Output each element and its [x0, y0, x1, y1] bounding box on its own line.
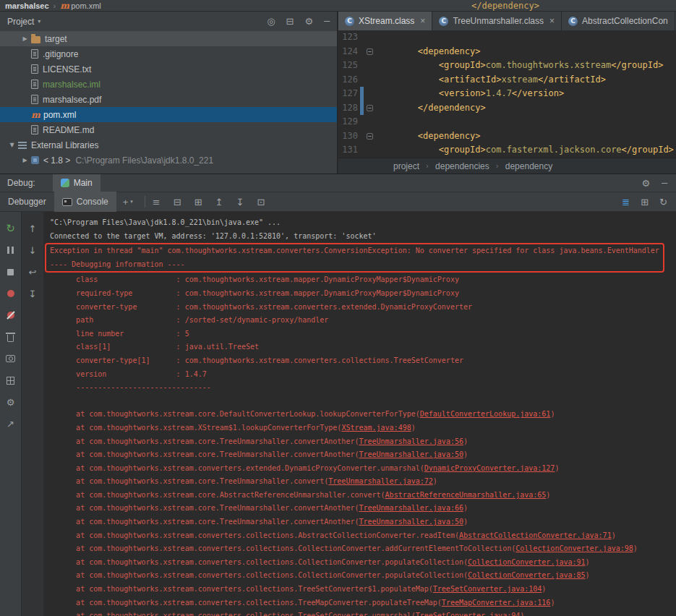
- refresh-icon[interactable]: ↻: [659, 197, 667, 207]
- hide-icon[interactable]: ─: [662, 179, 667, 188]
- console-line: at com.thoughtworks.xstream.converters.c…: [50, 596, 676, 610]
- split-view-icon[interactable]: ⊡: [257, 197, 265, 207]
- stack-trace-link[interactable]: TreeUnmarshaller.java:66: [359, 504, 463, 512]
- tree-item-1.8[interactable]: ▶< 1.8 >C:\Program Files\Java\jdk1.8.0_2…: [0, 153, 337, 168]
- fold-icon[interactable]: −: [367, 133, 373, 140]
- titlebar: marshalsec › pom.xml </dependency>: [0, 0, 676, 12]
- fold-gutter: [364, 59, 376, 73]
- up-stack-button[interactable]: ↑: [22, 218, 43, 239]
- collapse-all-icon[interactable]: ⊟: [174, 197, 181, 207]
- line-number: 124: [338, 45, 360, 59]
- stack-trace-link[interactable]: DefaultConverterLookup.java:61: [420, 410, 551, 418]
- settings-icon[interactable]: ⚙: [305, 17, 314, 26]
- titlebar-file-name[interactable]: pom.xml: [71, 1, 101, 10]
- tree-item-target[interactable]: ▶target: [0, 31, 337, 46]
- layout-settings-icon[interactable]: ≣: [622, 197, 630, 207]
- editor-tab-abstractcollectioncon[interactable]: AbstractCollectionCon: [562, 12, 675, 30]
- locate-icon[interactable]: ◎: [267, 17, 275, 26]
- debug-window-label: Debug:: [0, 178, 43, 188]
- expand-all-icon[interactable]: ⊞: [194, 197, 202, 207]
- console-output[interactable]: "C:\Program Files\Java\jdk1.8.0_221\bin\…: [44, 212, 676, 616]
- hide-icon[interactable]: ─: [324, 17, 330, 26]
- debug-header: Debug: Main ⚙─: [0, 174, 676, 192]
- breadcrumb-item-dependency[interactable]: dependency: [505, 161, 552, 171]
- tree-item-external-libraries[interactable]: ▼External Libraries: [0, 137, 337, 153]
- close-icon[interactable]: ×: [420, 16, 425, 26]
- close-icon[interactable]: ×: [549, 16, 555, 26]
- tab-debugger[interactable]: Debugger: [0, 192, 54, 212]
- debug-header-icons: ⚙─: [642, 179, 676, 188]
- layout-button[interactable]: [0, 369, 21, 391]
- stack-trace-link[interactable]: XStream.java:498: [341, 424, 411, 432]
- stack-trace-link[interactable]: CollectionConverter.java:85: [468, 571, 586, 579]
- wrap-lines-icon[interactable]: ≡: [153, 197, 161, 207]
- chevron-right-icon[interactable]: ▶: [19, 35, 31, 42]
- pin-button[interactable]: ↗: [0, 413, 21, 435]
- line-number: 126: [338, 73, 360, 87]
- stack-trace-link[interactable]: TreeSetConverter.java:94: [416, 612, 521, 616]
- tree-item-label: pom.xml: [43, 110, 76, 120]
- stack-trace-link[interactable]: TreeUnmarshaller.java:50: [359, 518, 463, 526]
- console-line: at com.thoughtworks.xstream.core.Abstrac…: [50, 489, 676, 502]
- tree-item-marshalsec.pdf[interactable]: marshalsec.pdf: [0, 92, 337, 107]
- settings-button[interactable]: ⚙: [0, 391, 21, 413]
- stack-trace-link[interactable]: TreeUnmarshaller.java:50: [359, 450, 463, 458]
- add-console-tab-button[interactable]: +: [123, 197, 129, 208]
- ide-window: { "colors": { "selection_blue": "#17517e…: [0, 0, 676, 616]
- tab-console[interactable]: Console: [54, 192, 116, 212]
- stack-trace-link[interactable]: CollectionConverter.java:98: [515, 544, 633, 552]
- console-line: -------------------------------: [50, 381, 676, 395]
- project-panel-title[interactable]: Project: [7, 17, 34, 27]
- soft-wrap-button[interactable]: ↩: [22, 261, 43, 283]
- tree-item-.gitignore[interactable]: .gitignore: [0, 46, 337, 61]
- line-number: 127: [338, 87, 360, 101]
- editor-tab-xstream.class[interactable]: XStream.class×: [338, 12, 432, 30]
- fold-icon[interactable]: −: [367, 48, 373, 55]
- code-text: </dependency>: [376, 101, 486, 116]
- grid-view-icon[interactable]: ⊞: [641, 197, 649, 207]
- console-line: line number : 5: [50, 328, 676, 341]
- fold-gutter: [364, 87, 376, 101]
- screenshot-button[interactable]: [0, 348, 21, 369]
- settings-icon[interactable]: ⚙: [642, 179, 651, 188]
- tree-item-license.txt[interactable]: LICENSE.txt: [0, 61, 337, 77]
- tree-item-marshalsec.iml[interactable]: marshalsec.iml: [0, 77, 337, 92]
- code-editor[interactable]: 123124− <dependency>125 <groupId>com.tho…: [338, 30, 676, 158]
- fold-icon[interactable]: −: [367, 105, 373, 111]
- breadcrumb-item-dependencies[interactable]: dependencies: [435, 161, 489, 171]
- mute-breakpoints-button[interactable]: [0, 304, 21, 326]
- down-stack-button[interactable]: ↓: [22, 239, 43, 261]
- chevron-down-icon[interactable]: ▾: [38, 18, 40, 25]
- scroll-end-button[interactable]: ↧: [22, 283, 43, 304]
- tree-item-pom.xml[interactable]: pom.xml: [0, 107, 337, 122]
- stack-trace-link[interactable]: CollectionConverter.java:91: [468, 558, 586, 566]
- scroll-to-end-icon[interactable]: ↧: [236, 197, 244, 207]
- stack-trace-link[interactable]: TreeUnmarshaller.java:56: [359, 437, 463, 445]
- stack-trace-link[interactable]: DynamicProxyConverter.java:127: [424, 464, 555, 472]
- stack-trace-link[interactable]: AbstractReferenceUnmarshaller.java:65: [385, 491, 547, 499]
- rerun-button[interactable]: ↻: [0, 218, 21, 239]
- stack-trace-link[interactable]: TreeUnmarshaller.java:72: [328, 477, 433, 485]
- stack-trace-link[interactable]: TreeSetConverter.java:104: [433, 585, 542, 593]
- line-number: 125: [338, 59, 360, 73]
- clear-console-button[interactable]: [0, 326, 21, 348]
- chevron-down-icon[interactable]: ▾: [130, 199, 133, 205]
- breadcrumb-item-project[interactable]: project: [393, 161, 419, 171]
- chevron-down-icon[interactable]: ▼: [6, 142, 18, 148]
- stack-trace-link[interactable]: TreeMapConverter.java:116: [442, 599, 551, 607]
- debug-session-tab[interactable]: Main: [53, 174, 100, 192]
- pause-button[interactable]: [0, 239, 21, 261]
- view-breakpoints-button[interactable]: [0, 283, 21, 304]
- tree-item-readme.md[interactable]: README.md: [0, 122, 337, 137]
- stop-button[interactable]: [0, 261, 21, 283]
- stack-trace-link[interactable]: AbstractCollectionConverter.java:71: [459, 531, 612, 539]
- line-number: 128: [338, 101, 360, 116]
- chevron-right-icon[interactable]: ▶: [19, 157, 31, 163]
- console-line: at com.thoughtworks.xstream.core.TreeUnm…: [50, 502, 676, 516]
- collapse-all-icon[interactable]: ⊟: [286, 17, 294, 26]
- breadcrumb-separator: ›: [496, 162, 499, 170]
- fold-gutter: −: [364, 45, 376, 59]
- editor-tab-treeunmarshaller.class[interactable]: TreeUnmarshaller.class×: [432, 12, 562, 30]
- console-line: path : /sorted-set/dynamic-proxy/handler: [50, 314, 676, 328]
- scroll-up-icon[interactable]: ↥: [215, 197, 223, 207]
